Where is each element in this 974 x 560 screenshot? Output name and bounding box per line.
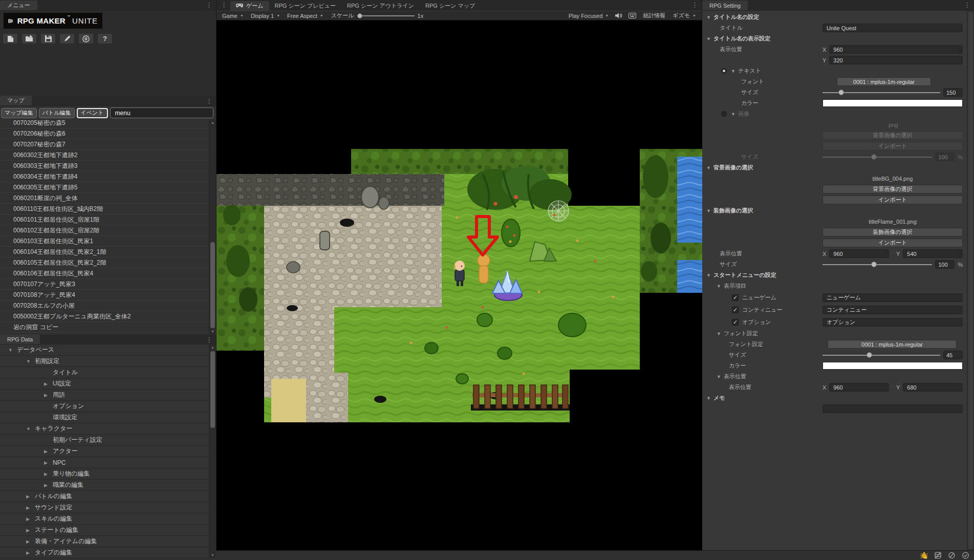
title-size-slider[interactable] bbox=[823, 88, 940, 97]
checkbox[interactable] bbox=[732, 307, 739, 313]
tab-menu[interactable]: メニュー bbox=[0, 1, 37, 10]
map-list-item[interactable]: 0050002王都プルターニュ商業街区_全体2 bbox=[0, 311, 209, 322]
image-group-header[interactable]: ▼画像 bbox=[702, 109, 967, 119]
title-pos-x-input[interactable]: 960 bbox=[829, 45, 963, 54]
tree-item[interactable]: 装備・アイテムの編集 bbox=[0, 536, 209, 547]
scale-slider[interactable] bbox=[357, 13, 415, 19]
scroll-down-icon[interactable]: ▼ bbox=[209, 329, 216, 334]
open-project-button[interactable] bbox=[21, 33, 37, 44]
start-menu-item-text-input[interactable]: オプション bbox=[823, 318, 963, 327]
map-list-scroll-thumb[interactable] bbox=[210, 242, 215, 328]
section-bg-image[interactable]: ▼背景画像の選択 bbox=[702, 162, 967, 173]
deco-image-import-button[interactable]: インポート bbox=[823, 239, 963, 247]
map-list-item[interactable]: 0060101王都居住街区_宿屋1階 bbox=[0, 214, 209, 225]
tree-item[interactable]: 乗り物の編集 bbox=[0, 468, 209, 480]
foldout-open-icon[interactable]: ▼ bbox=[706, 273, 713, 278]
menu-font-size-slider[interactable] bbox=[823, 351, 940, 359]
tree-item[interactable]: ステートの編集 bbox=[0, 525, 209, 536]
subsection-display-items[interactable]: ▼表示項目 bbox=[702, 281, 967, 291]
new-file-button[interactable] bbox=[3, 33, 18, 44]
map-list-item[interactable]: 0060106王都居住街区_民家4 bbox=[0, 268, 209, 279]
map-mode-button[interactable]: イベント bbox=[77, 108, 108, 118]
map-list-item[interactable]: 0070108アッテ_民家4 bbox=[0, 290, 209, 300]
foldout-open-icon[interactable]: ▼ bbox=[706, 15, 713, 20]
map-list-item[interactable]: 岩の洞窟 コピー bbox=[0, 322, 209, 333]
menu-dock-kebab-icon[interactable]: ⋮ bbox=[206, 1, 212, 9]
title-font-select-button[interactable]: 0001 : mplus-1m-regular bbox=[837, 77, 931, 86]
tree-item[interactable]: NPC bbox=[0, 457, 209, 468]
tree-arrow-icon[interactable] bbox=[26, 505, 35, 510]
image-radio[interactable] bbox=[721, 111, 727, 117]
title-input[interactable]: Unite Quest bbox=[823, 24, 963, 32]
map-dock-kebab-icon[interactable]: ⋮ bbox=[206, 97, 212, 105]
play-focused-dropdown[interactable]: Play Focused▼ bbox=[565, 11, 613, 20]
save-button[interactable] bbox=[40, 33, 56, 44]
tree-item[interactable]: 環境設定 bbox=[0, 412, 209, 423]
text-radio[interactable] bbox=[721, 68, 727, 74]
tree-item[interactable]: タイプの編集 bbox=[0, 547, 209, 558]
console-warning-icon[interactable] bbox=[918, 551, 930, 560]
deco-pos-y-input[interactable]: 540 bbox=[903, 249, 963, 258]
checkbox[interactable] bbox=[732, 319, 739, 326]
display-target-dropdown[interactable]: Game▼ bbox=[219, 11, 247, 20]
tree-arrow-icon[interactable] bbox=[26, 494, 35, 499]
start-menu-item-text-input[interactable]: コンティニュー bbox=[823, 306, 963, 314]
map-mode-button[interactable]: マップ編集 bbox=[1, 108, 37, 118]
map-list-item[interactable]: 0070205秘密の森5 bbox=[0, 120, 209, 128]
tree-scroll-thumb[interactable] bbox=[210, 351, 215, 428]
menu-font-color-swatch[interactable] bbox=[823, 362, 963, 370]
menu-pos-x-input[interactable]: 960 bbox=[829, 383, 889, 392]
tree-arrow-icon[interactable] bbox=[26, 426, 35, 432]
tree-arrow-icon[interactable] bbox=[26, 516, 35, 522]
map-list-item[interactable]: 0060103王都居住街区_民家1 bbox=[0, 236, 209, 247]
map-list-item[interactable]: 0070107アッテ_民家3 bbox=[0, 279, 209, 290]
subsection-font-setting[interactable]: ▼フォント設定 bbox=[702, 328, 967, 339]
progress-idle-icon[interactable] bbox=[959, 551, 971, 560]
tree-item[interactable]: 用語 bbox=[0, 390, 209, 401]
cache-server-off-icon[interactable] bbox=[932, 551, 944, 560]
foldout-open-icon[interactable]: ▼ bbox=[731, 112, 738, 117]
scroll-down-icon[interactable]: ▼ bbox=[209, 553, 216, 558]
foldout-open-icon[interactable]: ▼ bbox=[717, 284, 724, 289]
scroll-up-icon[interactable]: ▲ bbox=[209, 345, 216, 350]
tree-arrow-icon[interactable] bbox=[26, 550, 35, 555]
tree-arrow-icon[interactable] bbox=[44, 483, 53, 488]
cloud-off-icon[interactable] bbox=[945, 551, 958, 560]
menu-pos-y-input[interactable]: 680 bbox=[903, 383, 963, 392]
deco-pos-x-input[interactable]: 960 bbox=[829, 249, 889, 258]
subsection-menu-position[interactable]: ▼表示位置 bbox=[702, 371, 967, 382]
foldout-open-icon[interactable]: ▼ bbox=[717, 374, 724, 379]
map-list-item[interactable]: 0060102王都居住街区_宿屋2階 bbox=[0, 225, 209, 236]
checkbox[interactable] bbox=[732, 294, 739, 301]
mute-audio-button[interactable] bbox=[612, 11, 625, 20]
bg-image-import-button[interactable]: インポート bbox=[823, 196, 963, 204]
game-view-tab[interactable]: ゲーム bbox=[230, 1, 269, 11]
map-mode-button[interactable]: バトル編集 bbox=[39, 108, 75, 118]
tree-item[interactable]: 職業の編集 bbox=[0, 480, 209, 491]
section-title-name[interactable]: ▼タイトル名の設定 bbox=[702, 12, 967, 23]
tree-item[interactable]: バトルの編集 bbox=[0, 491, 209, 502]
foldout-open-icon[interactable]: ▼ bbox=[706, 396, 713, 401]
game-viewport[interactable] bbox=[217, 20, 702, 550]
tree-arrow-icon[interactable] bbox=[44, 449, 53, 454]
deco-size-slider[interactable] bbox=[823, 260, 932, 269]
tree-item[interactable]: データベース bbox=[0, 344, 209, 356]
tree-arrow-icon[interactable] bbox=[8, 348, 17, 353]
tree-arrow-icon[interactable] bbox=[26, 528, 35, 533]
stats-toggle[interactable]: 統計情報 bbox=[639, 11, 669, 20]
bg-image-select-button[interactable]: 背景画像の選択 bbox=[823, 185, 963, 193]
game-view-tab[interactable]: RPG シーン マップ bbox=[420, 1, 481, 11]
foldout-open-icon[interactable]: ▼ bbox=[706, 36, 713, 41]
map-list-item[interactable]: 0060104王都居住街区_民家2_1階 bbox=[0, 247, 209, 257]
rpg-data-kebab-icon[interactable]: ⋮ bbox=[206, 336, 212, 344]
tree-item[interactable]: UI設定 bbox=[0, 378, 209, 390]
map-list-item[interactable]: 0060305王都地下遺跡5 bbox=[0, 182, 209, 193]
tree-arrow-icon[interactable] bbox=[44, 460, 53, 465]
title-pos-y-input[interactable]: 320 bbox=[829, 56, 963, 64]
game-dock-kebab-icon[interactable]: ⋮ bbox=[221, 1, 227, 9]
game-view-tab[interactable]: RPG シーン アウトライン bbox=[341, 1, 420, 11]
tab-map[interactable]: マップ bbox=[0, 96, 32, 105]
tree-item[interactable]: オプション bbox=[0, 401, 209, 412]
map-list-item[interactable]: 0060110王都居住街区_城内B2階 bbox=[0, 204, 209, 214]
tree-item[interactable]: 初期パーティ設定 bbox=[0, 435, 209, 446]
